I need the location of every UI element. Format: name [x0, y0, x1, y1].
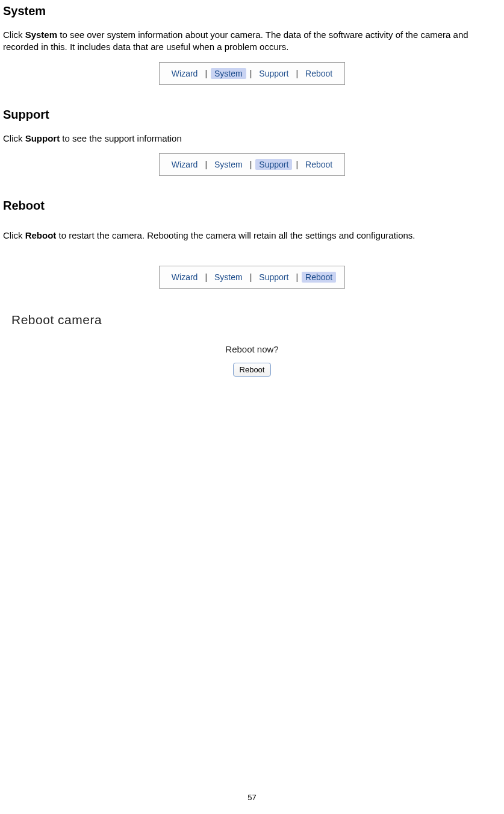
para-reboot-bold: Reboot [25, 230, 57, 240]
para-reboot: Click Reboot to restart the camera. Rebo… [3, 230, 501, 242]
heading-reboot: Reboot [3, 199, 501, 213]
tab-separator: | [292, 69, 302, 78]
tab-separator: | [201, 160, 211, 169]
tab-support[interactable]: Support [255, 68, 292, 79]
para-system-post: to see over system information about you… [3, 30, 468, 52]
tab-wizard[interactable]: Wizard [168, 272, 202, 283]
para-support-pre: Click [3, 133, 25, 143]
tab-system[interactable]: System [211, 159, 246, 170]
tabbar: Wizard | System | Support | Reboot [159, 62, 345, 85]
tab-separator: | [201, 69, 211, 78]
figure-tabbar-support: Wizard | System | Support | Reboot [3, 153, 501, 176]
figure-reboot-panel: Reboot camera Reboot now? Reboot [3, 313, 501, 377]
tab-system[interactable]: System [211, 68, 246, 79]
tab-separator: | [201, 272, 211, 282]
para-support: Click Support to see the support informa… [3, 133, 501, 145]
para-support-post: to see the support information [60, 133, 182, 143]
para-reboot-post: to restart the camera. Rebooting the cam… [56, 230, 415, 240]
tab-reboot[interactable]: Reboot [302, 272, 336, 283]
figure-tabbar-system: Wizard | System | Support | Reboot [3, 62, 501, 85]
tab-reboot[interactable]: Reboot [302, 159, 336, 170]
tab-separator: | [292, 160, 302, 169]
tab-wizard[interactable]: Wizard [168, 159, 202, 170]
tab-separator: | [246, 69, 256, 78]
tabbar: Wizard | System | Support | Reboot [159, 266, 345, 289]
figure-tabbar-reboot: Wizard | System | Support | Reboot [3, 266, 501, 289]
tab-separator: | [246, 272, 256, 282]
heading-support: Support [3, 108, 501, 122]
tab-wizard[interactable]: Wizard [168, 68, 202, 79]
para-system-bold: System [25, 30, 57, 40]
para-support-bold: Support [25, 133, 60, 143]
tab-support[interactable]: Support [255, 159, 292, 170]
para-system: Click System to see over system informat… [3, 29, 501, 54]
tab-system[interactable]: System [211, 272, 246, 283]
tab-separator: | [292, 272, 302, 282]
para-system-pre: Click [3, 30, 25, 40]
page-number: 57 [0, 793, 504, 802]
tabbar: Wizard | System | Support | Reboot [159, 153, 345, 176]
tab-reboot[interactable]: Reboot [302, 68, 336, 79]
reboot-prompt: Reboot now? [9, 344, 495, 354]
para-reboot-pre: Click [3, 230, 25, 240]
tab-separator: | [246, 160, 256, 169]
heading-system: System [3, 4, 501, 18]
tab-support[interactable]: Support [255, 272, 292, 283]
reboot-panel-title: Reboot camera [11, 313, 495, 327]
reboot-button[interactable]: Reboot [233, 363, 272, 377]
